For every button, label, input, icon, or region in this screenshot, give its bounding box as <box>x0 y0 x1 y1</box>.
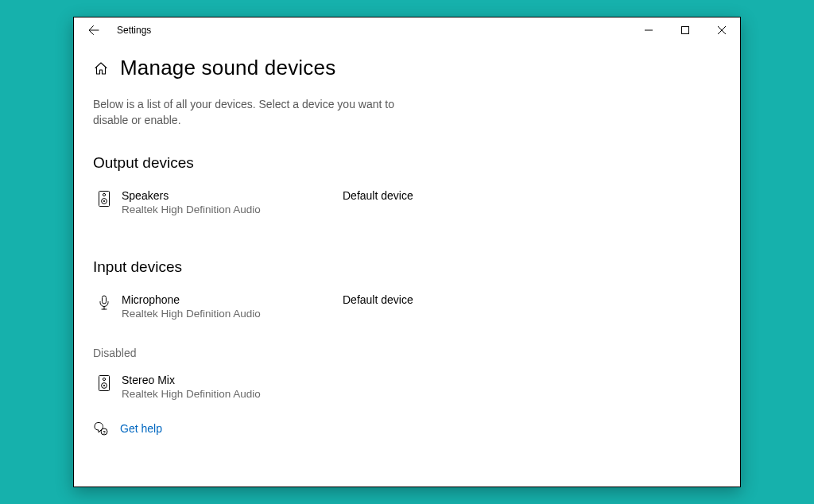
close-button[interactable] <box>704 17 740 43</box>
device-name: Speakers <box>122 189 343 202</box>
settings-window: Settings Manage sound devices Below is a… <box>73 17 741 487</box>
back-button[interactable] <box>80 17 107 43</box>
device-subtitle: Realtek High Definition Audio <box>122 204 343 215</box>
close-icon <box>718 26 726 34</box>
speaker-icon <box>96 189 112 208</box>
device-text: Microphone Realtek High Definition Audio <box>122 293 343 320</box>
arrow-left-icon <box>87 24 100 37</box>
maximize-icon <box>681 26 689 34</box>
svg-point-2 <box>103 193 105 196</box>
help-link-label: Get help <box>120 422 162 435</box>
input-devices-heading: Input devices <box>93 258 721 276</box>
app-title: Settings <box>117 25 151 36</box>
device-subtitle: Realtek High Definition Audio <box>122 388 343 400</box>
window-controls <box>630 17 740 43</box>
output-devices-heading: Output devices <box>93 154 721 172</box>
svg-rect-5 <box>103 296 107 304</box>
svg-rect-0 <box>682 27 689 34</box>
svg-point-9 <box>103 384 105 386</box>
home-button[interactable] <box>93 60 109 76</box>
maximize-button[interactable] <box>667 17 704 43</box>
disabled-input-device-item[interactable]: Stereo Mix Realtek High Definition Audio <box>93 372 721 401</box>
output-device-item[interactable]: Speakers Realtek High Definition Audio D… <box>93 188 721 217</box>
device-status: Default device <box>343 293 413 306</box>
page-description: Below is a list of all your devices. Sel… <box>93 96 411 129</box>
svg-point-4 <box>103 200 105 201</box>
microphone-icon <box>96 293 112 312</box>
device-text: Stereo Mix Realtek High Definition Audio <box>122 374 343 400</box>
help-icon: ? <box>93 421 109 436</box>
device-text: Speakers Realtek High Definition Audio <box>122 189 343 215</box>
input-device-item[interactable]: Microphone Realtek High Definition Audio… <box>93 292 721 321</box>
device-name: Microphone <box>122 293 343 306</box>
home-icon <box>94 61 108 76</box>
svg-point-7 <box>103 378 105 380</box>
titlebar: Settings <box>74 17 740 43</box>
minimize-icon <box>645 26 653 34</box>
svg-text:?: ? <box>103 429 106 434</box>
get-help-link[interactable]: ? Get help <box>93 421 721 436</box>
device-status: Default device <box>343 189 413 202</box>
device-subtitle: Realtek High Definition Audio <box>122 308 343 320</box>
minimize-button[interactable] <box>630 17 667 43</box>
page-title: Manage sound devices <box>120 56 335 80</box>
page-header: Manage sound devices <box>93 56 721 80</box>
disabled-label: Disabled <box>93 347 721 359</box>
content-area: Manage sound devices Below is a list of … <box>74 43 740 487</box>
speaker-icon <box>96 374 112 393</box>
device-name: Stereo Mix <box>122 374 343 386</box>
